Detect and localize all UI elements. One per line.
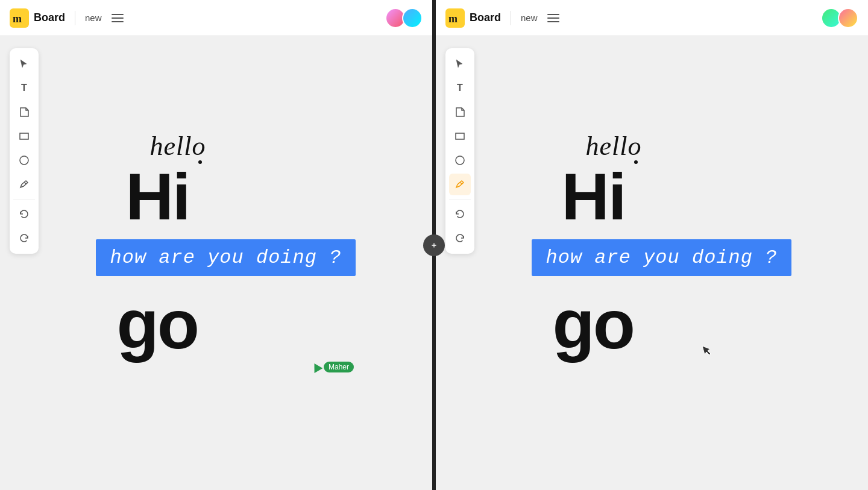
right-header-separator bbox=[511, 11, 511, 25]
svg-point-3 bbox=[20, 156, 28, 165]
right-text-tool[interactable]: T bbox=[449, 77, 471, 99]
right-toolbar-sep bbox=[449, 199, 471, 199]
mouse-cursor-icon bbox=[702, 345, 711, 357]
left-text-hi: Hi bbox=[126, 158, 190, 234]
right-text-hi: Hi bbox=[562, 158, 626, 234]
left-select-tool[interactable] bbox=[13, 53, 35, 75]
right-text-items: hello Hi how are you doing ? go bbox=[526, 113, 779, 414]
right-board-name[interactable]: new bbox=[521, 13, 538, 23]
right-undo-button[interactable] bbox=[449, 203, 471, 225]
right-redo-button[interactable] bbox=[449, 227, 471, 249]
right-pen-tool[interactable] bbox=[449, 174, 471, 195]
left-brand: m Board bbox=[10, 8, 65, 28]
left-redo-button[interactable] bbox=[13, 227, 35, 249]
left-header-avatars bbox=[385, 8, 423, 28]
right-header-avatars bbox=[821, 8, 858, 28]
left-menu-button[interactable] bbox=[112, 14, 124, 22]
left-panel: m Board new T bbox=[0, 0, 432, 490]
right-hello-dot bbox=[634, 160, 638, 164]
right-panel: m Board new T bbox=[436, 0, 868, 490]
right-brand-name: Board bbox=[470, 11, 501, 24]
right-toolbar: T bbox=[445, 48, 474, 254]
left-header-separator bbox=[75, 11, 75, 25]
right-text-go: go bbox=[553, 284, 634, 364]
left-text-tool[interactable]: T bbox=[13, 77, 35, 99]
right-brand-logo-icon: m bbox=[445, 8, 465, 28]
cursor-name-label: Maher bbox=[324, 362, 354, 372]
left-rect-tool[interactable] bbox=[13, 125, 35, 147]
right-rect-tool[interactable] bbox=[449, 125, 471, 147]
left-text-items: hello Hi how are you doing ? go bbox=[90, 113, 343, 414]
left-text-go: go bbox=[117, 284, 198, 364]
left-text-hello: hello bbox=[150, 131, 206, 162]
right-board-content: hello Hi how are you doing ? go bbox=[436, 36, 868, 490]
avatar-2 bbox=[402, 8, 423, 28]
left-text-highlight: how are you doing ? bbox=[96, 239, 356, 276]
right-text-hello: hello bbox=[586, 131, 642, 162]
left-circle-tool[interactable] bbox=[13, 149, 35, 171]
svg-rect-7 bbox=[456, 133, 464, 139]
avatar-4 bbox=[838, 8, 858, 28]
left-hello-dot bbox=[198, 160, 202, 164]
brand-logo-icon: m bbox=[10, 8, 29, 28]
left-note-tool[interactable] bbox=[13, 101, 35, 123]
svg-text:m: m bbox=[13, 13, 22, 25]
svg-text:m: m bbox=[448, 13, 458, 25]
left-toolbar-sep bbox=[13, 199, 35, 199]
right-note-tool[interactable] bbox=[449, 101, 471, 123]
right-select-tool[interactable] bbox=[449, 53, 471, 75]
cursor-arrow-icon bbox=[310, 361, 323, 373]
right-circle-tool[interactable] bbox=[449, 149, 471, 171]
panel-divider[interactable] bbox=[432, 0, 436, 490]
svg-point-8 bbox=[456, 156, 464, 165]
left-board-content: hello Hi how are you doing ? go bbox=[0, 36, 432, 490]
left-board-name[interactable]: new bbox=[85, 13, 102, 23]
right-header: m Board new bbox=[436, 0, 868, 36]
right-menu-button[interactable] bbox=[547, 14, 559, 22]
left-header: m Board new bbox=[0, 0, 432, 36]
left-cursor-maher: Maher bbox=[312, 362, 354, 372]
left-brand-name: Board bbox=[34, 11, 65, 24]
left-undo-button[interactable] bbox=[13, 203, 35, 225]
right-brand: m Board bbox=[445, 8, 501, 28]
right-canvas: T hello bbox=[436, 36, 868, 490]
svg-rect-2 bbox=[20, 133, 28, 139]
left-canvas: T hello bbox=[0, 36, 432, 490]
divider-handle-icon bbox=[429, 240, 439, 251]
left-pen-tool[interactable] bbox=[13, 174, 35, 195]
right-text-highlight: how are you doing ? bbox=[532, 239, 792, 276]
divider-handle[interactable] bbox=[423, 234, 445, 256]
left-toolbar: T bbox=[10, 48, 39, 254]
